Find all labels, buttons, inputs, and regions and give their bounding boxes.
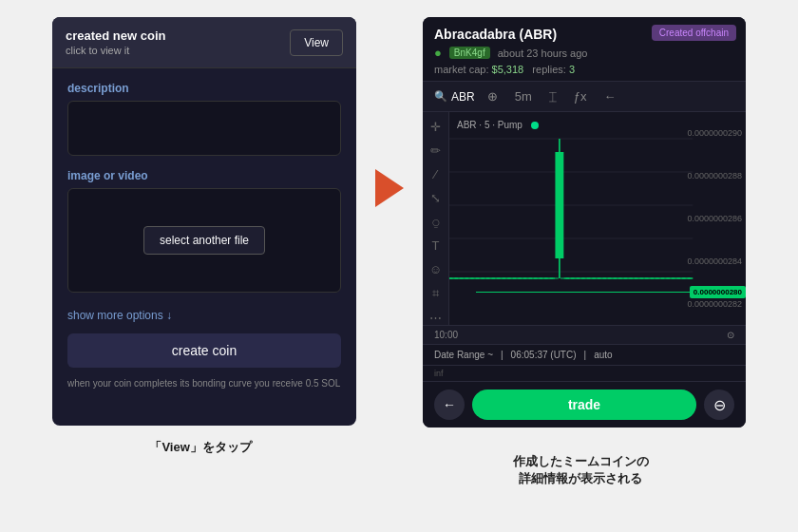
arrow-container — [375, 17, 404, 207]
description-textarea[interactable] — [67, 101, 341, 156]
trade-bar: ← trade ⊖ — [423, 381, 746, 428]
date-range-bar: Date Range ~ | 06:05:37 (UTC) | auto — [423, 344, 746, 365]
indicator-button[interactable]: ƒx — [569, 87, 592, 105]
time-ago: about 23 hours ago — [498, 48, 588, 59]
notification-title: created new coin — [66, 28, 165, 43]
anchor-icon[interactable]: ⍜ — [432, 215, 440, 229]
chart-main: ABR · 5 · Pump — [449, 112, 746, 325]
notification-subtitle: click to view it — [66, 45, 165, 56]
search-label: ABR — [451, 90, 475, 104]
back-button[interactable]: ← — [434, 390, 465, 420]
replies-value: 3 — [569, 64, 575, 75]
auto-label[interactable]: auto — [594, 350, 612, 360]
price-3: 0.0000000286 — [687, 214, 742, 223]
date-range-label[interactable]: Date Range ~ — [434, 350, 493, 360]
chart-bottom: 10:00 ⊙ — [423, 325, 746, 344]
caption-area: 「View」をタップ 作成したミームコインの 詳細情報が表示される — [19, 439, 779, 487]
chart-toolbar: 🔍 ABR ⊕ 5m ⌶ ƒx ← — [423, 81, 746, 112]
search-icon: 🔍 — [434, 90, 447, 103]
candle-button[interactable]: ⌶ — [544, 87, 561, 105]
caption-left: 「View」をタップ — [149, 439, 251, 487]
minus-button[interactable]: ⊖ — [704, 390, 734, 420]
trade-button[interactable]: trade — [472, 390, 696, 420]
text-icon[interactable]: T — [432, 238, 440, 253]
current-price-badge: 0.0000000280 — [690, 286, 746, 298]
created-offchain-badge: Created offchain — [652, 25, 736, 41]
coin-header: Abracadabra (ABR) ● BnK4gf about 23 hour… — [423, 17, 746, 81]
crosshair-icon[interactable]: ✛ — [430, 120, 441, 134]
select-file-button[interactable]: select another file — [143, 226, 265, 255]
disclaimer-text: when your coin completes its bonding cur… — [67, 377, 341, 390]
market-cap-line: market cap: $5,318 replies: 3 — [434, 64, 734, 75]
arrow-right-icon — [375, 169, 404, 207]
user-badge: BnK4gf — [449, 47, 490, 59]
caption-right: 作成したミームコインの 詳細情報が表示される — [513, 439, 649, 487]
separator2: | — [584, 350, 587, 360]
pencil-icon[interactable]: ✏ — [430, 143, 441, 158]
brush-icon[interactable]: ⌗ — [432, 286, 439, 301]
price-4: 0.0000000284 — [687, 256, 742, 266]
time-utc: 06:05:37 (UTC) — [511, 350, 577, 360]
left-panel: created new coin click to view it View d… — [52, 17, 356, 426]
price-1: 0.0000000290 — [687, 128, 742, 138]
chart-left-tools: ✛ ✏ ⁄ ⤡ ⍜ T ☺ ⌗ ⋯ — [423, 112, 449, 325]
current-price-row: 0.0000000280 — [449, 286, 746, 298]
market-cap-value: $5,318 — [492, 64, 524, 75]
notification-bar: created new coin click to view it View — [52, 17, 356, 68]
svg-rect-5 — [555, 152, 563, 258]
line-icon[interactable]: ⁄ — [434, 167, 436, 181]
separator1: | — [501, 350, 504, 360]
settings-icon[interactable]: ⊙ — [727, 330, 734, 340]
back-chart-button[interactable]: ← — [598, 87, 620, 105]
right-panel: Abracadabra (ABR) ● BnK4gf about 23 hour… — [423, 17, 746, 428]
coin-meta: ● BnK4gf about 23 hours ago — [434, 46, 734, 60]
view-button[interactable]: View — [290, 29, 343, 56]
chart-area: ✛ ✏ ⁄ ⤡ ⍜ T ☺ ⌗ ⋯ ABR · 5 · Pump — [423, 112, 746, 325]
cursor-icon[interactable]: ⤡ — [430, 191, 441, 205]
form-area: description image or video select anothe… — [52, 68, 356, 404]
add-button[interactable]: ⊕ — [483, 87, 503, 105]
create-coin-button[interactable]: create coin — [67, 333, 341, 368]
image-upload-box[interactable]: select another file — [67, 188, 341, 293]
more-tools-icon[interactable]: ⋯ — [429, 311, 442, 325]
info-bar: inf — [423, 365, 746, 381]
price-2: 0.0000000288 — [687, 171, 742, 180]
time-label: 10:00 — [434, 330, 458, 340]
image-video-label: image or video — [67, 169, 341, 182]
price-5: 0.0000000282 — [687, 299, 742, 309]
description-label: description — [67, 82, 341, 95]
emoji-icon[interactable]: ☺ — [429, 262, 442, 276]
chart-search: 🔍 ABR — [434, 90, 475, 104]
show-more-link[interactable]: show more options ↓ — [67, 309, 172, 322]
notification-text: created new coin click to view it — [66, 28, 165, 56]
timeframe-button[interactable]: 5m — [510, 87, 537, 105]
